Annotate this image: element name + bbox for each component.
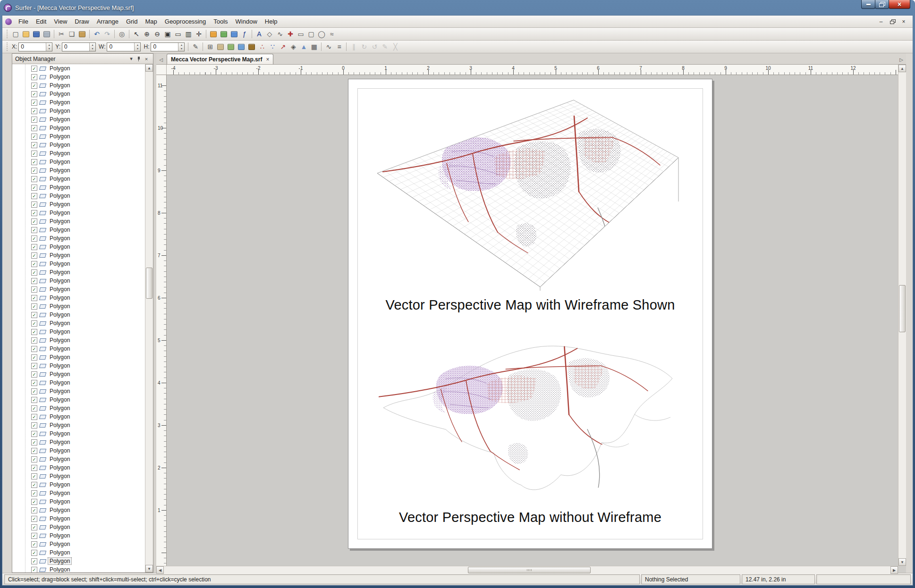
visibility-checkbox[interactable]: ✓ — [31, 329, 37, 335]
visibility-checkbox[interactable]: ✓ — [31, 278, 37, 284]
object-label[interactable]: Polygon — [48, 227, 71, 233]
map-wizard-icon[interactable] — [208, 29, 219, 39]
open-icon[interactable] — [21, 29, 31, 39]
object-manager-row[interactable]: ✓Polygon — [12, 64, 145, 73]
paste-icon[interactable] — [77, 29, 87, 39]
visibility-checkbox[interactable]: ✓ — [31, 235, 37, 242]
object-manager-row[interactable]: ✓Polygon — [12, 506, 145, 514]
visibility-checkbox[interactable]: ✓ — [31, 448, 37, 454]
vector-map-icon[interactable]: ↗ — [278, 42, 288, 52]
spline-tool-icon[interactable]: ≈ — [327, 29, 337, 39]
object-label[interactable]: Polygon — [48, 456, 71, 462]
object-label[interactable]: Polygon — [48, 176, 71, 182]
object-label[interactable]: Polygon — [48, 371, 71, 378]
object-label[interactable]: Polygon — [48, 167, 71, 174]
visibility-checkbox[interactable]: ✓ — [31, 159, 37, 165]
panel-close-button[interactable]: × — [143, 55, 150, 63]
toolbar-drag-handle[interactable] — [6, 42, 8, 51]
object-manager-row[interactable]: ✓Polygon — [12, 319, 145, 328]
object-manager-row[interactable]: ✓Polygon — [12, 455, 145, 463]
object-label[interactable]: Polygon — [48, 133, 71, 140]
object-manager-row[interactable]: ✓Polygon — [12, 404, 145, 412]
zoom-full-page-icon[interactable]: ▭ — [173, 29, 183, 39]
visibility-checkbox[interactable]: ✓ — [31, 244, 37, 250]
object-manager-row[interactable]: ✓Polygon — [12, 294, 145, 302]
color-relief-map-icon[interactable] — [226, 42, 236, 52]
menu-geoprocessing[interactable]: Geoprocessing — [161, 16, 210, 27]
visibility-checkbox[interactable]: ✓ — [31, 456, 37, 462]
mdi-restore-button[interactable] — [887, 17, 898, 25]
zoom-selected-icon[interactable]: ◎ — [117, 29, 127, 39]
function-icon[interactable]: ƒ — [239, 29, 250, 39]
x-input[interactable]: 0 ▴▾ — [18, 42, 52, 51]
object-manager-row[interactable]: ✓Polygon — [12, 378, 145, 387]
visibility-checkbox[interactable]: ✓ — [31, 142, 37, 148]
object-manager-row[interactable]: ✓Polygon — [12, 183, 145, 192]
visibility-checkbox[interactable]: ✓ — [31, 558, 37, 564]
object-manager-row[interactable]: ✓Polygon — [12, 328, 145, 336]
object-label[interactable]: Polygon — [48, 82, 71, 89]
document-tab[interactable]: Mecca Vector Perspective Map.srf × — [167, 54, 273, 64]
menu-window[interactable]: Window — [232, 16, 261, 27]
select-icon[interactable]: ↖ — [131, 29, 142, 39]
visibility-checkbox[interactable]: ✓ — [31, 91, 37, 97]
object-label[interactable]: Polygon — [48, 558, 71, 564]
visibility-checkbox[interactable]: ✓ — [31, 524, 37, 530]
object-manager-row[interactable]: ✓Polygon — [12, 438, 145, 446]
object-label[interactable]: Polygon — [48, 439, 71, 445]
visibility-checkbox[interactable]: ✓ — [31, 303, 37, 310]
object-label[interactable]: Polygon — [48, 218, 71, 225]
object-label[interactable]: Polygon — [48, 549, 71, 556]
y-spinner[interactable]: ▴▾ — [89, 43, 95, 51]
menu-help[interactable]: Help — [261, 16, 281, 27]
symbol-tool-icon[interactable]: ✚ — [285, 29, 296, 39]
panel-menu-chevron-icon[interactable]: ▾ — [127, 55, 135, 63]
caption-bottom[interactable]: Vector Perspective Map without Wireframe — [348, 510, 712, 525]
object-manager-row[interactable]: ✓Polygon — [12, 540, 145, 548]
object-label[interactable]: Polygon — [48, 244, 71, 250]
document-icon[interactable] — [5, 18, 12, 25]
document-vertical-scrollbar[interactable]: ▲ ▼ — [898, 65, 906, 566]
visibility-checkbox[interactable]: ✓ — [31, 422, 37, 428]
visibility-checkbox[interactable]: ✓ — [31, 108, 37, 114]
visibility-checkbox[interactable]: ✓ — [31, 66, 37, 72]
zoom-out-icon[interactable]: ⊖ — [152, 29, 162, 39]
object-label[interactable]: Polygon — [48, 269, 71, 276]
object-manager-row[interactable]: ✓Polygon — [12, 353, 145, 361]
object-label[interactable]: Polygon — [48, 150, 71, 157]
object-manager-row[interactable]: ✓Polygon — [12, 387, 145, 395]
visibility-checkbox[interactable]: ✓ — [31, 117, 37, 123]
visibility-checkbox[interactable]: ✓ — [31, 83, 37, 89]
visibility-checkbox[interactable]: ✓ — [31, 286, 37, 293]
copy-icon[interactable]: ❏ — [67, 29, 77, 39]
visibility-checkbox[interactable]: ✓ — [31, 227, 37, 233]
object-manager-row[interactable]: ✓Polygon — [12, 209, 145, 217]
object-manager-row[interactable]: ✓Polygon — [12, 412, 145, 421]
object-label[interactable]: Polygon — [48, 252, 71, 259]
object-manager-row[interactable]: ✓Polygon — [12, 124, 145, 132]
visibility-checkbox[interactable]: ✓ — [31, 363, 37, 369]
object-manager-row[interactable]: ✓Polygon — [12, 158, 145, 166]
visibility-checkbox[interactable]: ✓ — [31, 337, 37, 344]
visibility-checkbox[interactable]: ✓ — [31, 261, 37, 267]
visibility-checkbox[interactable]: ✓ — [31, 550, 37, 556]
zoom-window-icon[interactable]: ▣ — [162, 29, 173, 39]
object-manager-row[interactable]: ✓Polygon — [12, 344, 145, 353]
zoom-in-icon[interactable]: ⊕ — [142, 29, 152, 39]
object-manager-row[interactable]: ✓Polygon — [12, 565, 145, 572]
spin-up-icon[interactable]: ▴ — [90, 43, 95, 47]
visibility-checkbox[interactable]: ✓ — [31, 414, 37, 420]
object-label[interactable]: Polygon — [48, 379, 71, 386]
menu-draw[interactable]: Draw — [71, 16, 93, 27]
menu-arrange[interactable]: Arrange — [93, 16, 122, 27]
object-manager-row[interactable]: ✓Polygon — [12, 243, 145, 251]
scroll-up-icon[interactable]: ▲ — [898, 65, 906, 72]
object-manager-row[interactable]: ✓Polygon — [12, 200, 145, 209]
scroll-right-icon[interactable]: ▶ — [890, 566, 898, 574]
object-label[interactable]: Polygon — [48, 345, 71, 352]
visibility-checkbox[interactable]: ✓ — [31, 176, 37, 182]
object-label[interactable]: Polygon — [48, 294, 71, 301]
object-label[interactable]: Polygon — [48, 464, 71, 471]
classed-post-map-icon[interactable]: ∵ — [267, 42, 278, 52]
object-label[interactable]: Polygon — [48, 481, 71, 488]
